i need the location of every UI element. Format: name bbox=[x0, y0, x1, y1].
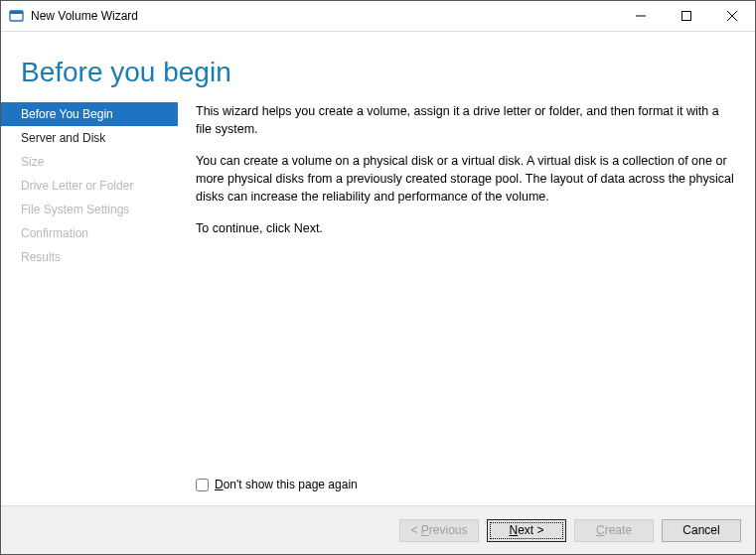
sidebar-item-confirmation: Confirmation bbox=[1, 221, 178, 245]
sidebar-item-size: Size bbox=[1, 150, 178, 174]
svg-rect-1 bbox=[10, 11, 23, 14]
sidebar-item-label: File System Settings bbox=[21, 203, 129, 216]
sidebar-item-label: Server and Disk bbox=[21, 131, 105, 145]
sidebar-item-drive-letter-or-folder: Drive Letter or Folder bbox=[1, 174, 178, 198]
app-icon bbox=[9, 8, 25, 24]
dont-show-again-label[interactable]: Don't show this page again bbox=[215, 477, 358, 493]
sidebar-item-label: Size bbox=[21, 155, 44, 169]
sidebar-item-label: Before You Begin bbox=[21, 107, 113, 121]
sidebar-item-file-system-settings: File System Settings bbox=[1, 198, 178, 221]
minimize-button[interactable] bbox=[618, 1, 664, 31]
page-title: Before you begin bbox=[21, 58, 735, 88]
wizard-footer: < Previous Next > Create Cancel bbox=[1, 505, 755, 555]
dont-show-again-checkbox[interactable] bbox=[196, 479, 209, 491]
wizard-content: This wizard helps you create a volume, a… bbox=[196, 98, 735, 505]
sidebar-item-results: Results bbox=[1, 245, 178, 269]
previous-button: < Previous bbox=[399, 519, 479, 542]
sidebar-item-server-and-disk[interactable]: Server and Disk bbox=[1, 126, 178, 150]
close-button[interactable] bbox=[709, 1, 755, 31]
sidebar-item-label: Confirmation bbox=[21, 226, 88, 240]
intro-paragraph-3: To continue, click Next. bbox=[196, 219, 735, 237]
intro-paragraph-2: You can create a volume on a physical di… bbox=[196, 152, 735, 206]
sidebar-item-label: Results bbox=[21, 250, 61, 264]
cancel-button[interactable]: Cancel bbox=[662, 519, 741, 542]
next-button[interactable]: Next > bbox=[487, 519, 566, 542]
intro-paragraph-1: This wizard helps you create a volume, a… bbox=[196, 102, 735, 138]
titlebar[interactable]: New Volume Wizard bbox=[1, 1, 755, 32]
maximize-button[interactable] bbox=[664, 1, 709, 31]
sidebar-item-label: Drive Letter or Folder bbox=[21, 179, 133, 193]
sidebar-item-before-you-begin[interactable]: Before You Begin bbox=[1, 102, 178, 126]
window-title: New Volume Wizard bbox=[31, 9, 138, 23]
svg-rect-3 bbox=[682, 12, 691, 21]
wizard-steps-sidebar: Before You Begin Server and Disk Size Dr… bbox=[1, 98, 178, 505]
create-button: Create bbox=[574, 519, 654, 542]
